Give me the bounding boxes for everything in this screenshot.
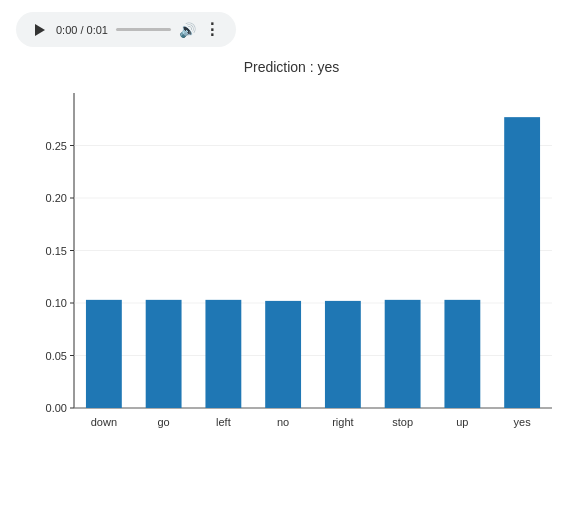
svg-rect-28	[324, 301, 360, 408]
svg-text:right: right	[332, 416, 353, 428]
svg-text:yes: yes	[513, 416, 531, 428]
svg-text:0.25: 0.25	[45, 140, 66, 152]
svg-text:0.05: 0.05	[45, 350, 66, 362]
audio-player: 0:00 / 0:01 🔊 ⋮	[16, 12, 236, 47]
svg-text:0.10: 0.10	[45, 297, 66, 309]
bar-chart: 0.000.050.100.150.200.25downgoleftnorigh…	[22, 83, 562, 463]
svg-text:left: left	[216, 416, 231, 428]
svg-text:0.20: 0.20	[45, 192, 66, 204]
chart-area: 0.000.050.100.150.200.25downgoleftnorigh…	[22, 83, 562, 463]
svg-rect-24	[205, 300, 241, 408]
svg-text:down: down	[90, 416, 116, 428]
chart-title: Prediction : yes	[20, 59, 563, 75]
svg-text:go: go	[157, 416, 169, 428]
svg-rect-26	[265, 301, 301, 408]
svg-text:up: up	[456, 416, 468, 428]
svg-rect-20	[85, 300, 121, 408]
progress-bar[interactable]	[116, 28, 171, 31]
svg-rect-22	[145, 300, 181, 408]
play-button[interactable]	[32, 22, 48, 38]
chart-container: Prediction : yes 0.000.050.100.150.200.2…	[20, 59, 563, 463]
svg-rect-34	[504, 117, 540, 408]
svg-rect-30	[384, 300, 420, 408]
svg-text:no: no	[277, 416, 289, 428]
time-label: 0:00 / 0:01	[56, 24, 108, 36]
svg-text:0.00: 0.00	[45, 402, 66, 414]
svg-text:0.15: 0.15	[45, 245, 66, 257]
more-icon[interactable]: ⋮	[204, 20, 220, 39]
svg-text:stop: stop	[392, 416, 413, 428]
volume-icon[interactable]: 🔊	[179, 22, 196, 38]
svg-rect-32	[444, 300, 480, 408]
